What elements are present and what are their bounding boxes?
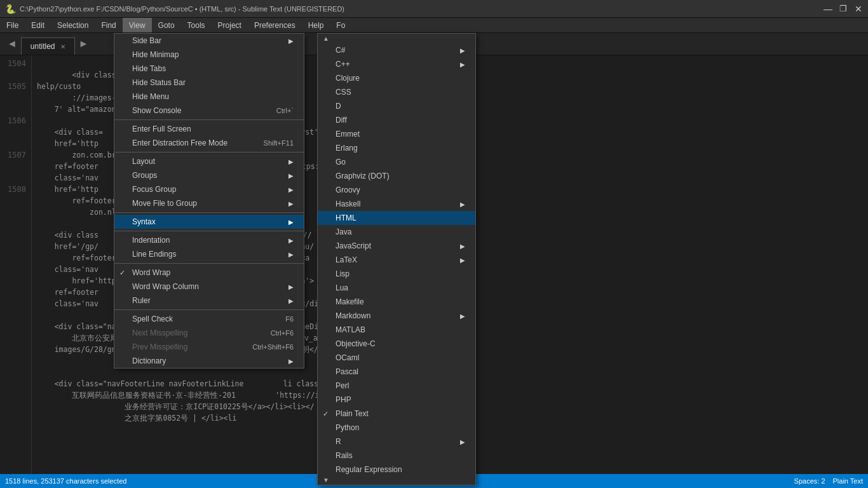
maximize-button[interactable]: ❐ (839, 4, 848, 13)
view-prev-misspelling-label: Prev Misspelling (132, 342, 187, 351)
syntax-latex[interactable]: LaTeX ▶ (318, 253, 475, 267)
syntax-objective-c[interactable]: Objective-C (318, 337, 475, 351)
menu-project[interactable]: Project (212, 18, 248, 32)
syntax-cpp[interactable]: C++ ▶ (318, 57, 475, 71)
menu-goto[interactable]: Goto (152, 18, 181, 32)
close-button[interactable]: ✕ (854, 4, 863, 13)
syntax-erlang[interactable]: Erlang (318, 141, 475, 155)
word-wrap-column-arrow-icon: ▶ (276, 283, 294, 290)
syntax-go[interactable]: Go (318, 155, 475, 169)
syntax-markdown[interactable]: Markdown ▶ (318, 309, 475, 323)
syntax-html[interactable]: HTML (318, 211, 475, 225)
dictionary-arrow-icon: ▶ (276, 358, 294, 365)
syntax-groovy[interactable]: Groovy (318, 183, 475, 197)
syntax-makefile[interactable]: Makefile (318, 295, 475, 309)
syntax-emmet[interactable]: Emmet (318, 127, 475, 141)
view-word-wrap-column[interactable]: Word Wrap Column ▶ (114, 280, 304, 294)
view-syntax[interactable]: Syntax ▶ (114, 215, 304, 229)
menu-edit[interactable]: Edit (25, 18, 51, 32)
menu-help[interactable]: Help (302, 18, 330, 32)
view-hide-minimap-label: Hide Minimap (132, 50, 179, 59)
syntax-css[interactable]: CSS (318, 85, 475, 99)
view-groups[interactable]: Groups ▶ (114, 168, 304, 182)
show-console-shortcut: Ctrl+` (264, 107, 294, 114)
r-arrow-icon: ▶ (447, 438, 465, 445)
view-layout[interactable]: Layout ▶ (114, 154, 304, 168)
view-line-endings-label: Line Endings (132, 250, 176, 259)
view-show-console[interactable]: Show Console Ctrl+` (114, 104, 304, 118)
title-bar: 🐍 C:\Python27\python.exe F:/CSDN/Blog/Py… (0, 0, 868, 18)
menu-view[interactable]: View (123, 18, 152, 32)
syntax-regex[interactable]: Regular Expression (318, 463, 475, 475)
prev-misspelling-shortcut: Ctrl+Shift+F6 (240, 343, 294, 351)
syntax-graphviz[interactable]: Graphviz (DOT) (318, 169, 475, 183)
syntax-python[interactable]: Python (318, 421, 475, 435)
syntax-javascript[interactable]: JavaScript ▶ (318, 239, 475, 253)
view-spell-check[interactable]: Spell Check F6 (114, 312, 304, 326)
menu-find[interactable]: Find (95, 18, 122, 32)
syntax-clojure[interactable]: Clojure (318, 71, 475, 85)
latex-arrow-icon: ▶ (447, 257, 465, 264)
status-spaces[interactable]: Spaces: 2 (794, 477, 825, 485)
ruler-arrow-icon: ▶ (276, 297, 294, 304)
syntax-diff[interactable]: Diff (318, 113, 475, 127)
view-word-wrap[interactable]: ✓ Word Wrap (114, 266, 304, 280)
syntax-perl[interactable]: Perl (318, 379, 475, 393)
markdown-arrow-icon: ▶ (447, 313, 465, 320)
syntax-d[interactable]: D (318, 99, 475, 113)
view-distraction-free[interactable]: Enter Distraction Free Mode Shift+F11 (114, 136, 304, 150)
view-hide-tabs[interactable]: Hide Tabs (114, 62, 304, 76)
syntax-rails[interactable]: Rails (318, 449, 475, 463)
separator-4 (114, 231, 304, 231)
menu-fo[interactable]: Fo (330, 18, 351, 32)
menu-file[interactable]: File (0, 18, 25, 32)
syntax-lisp[interactable]: Lisp (318, 267, 475, 281)
view-sidebar[interactable]: Side Bar ▶ (114, 34, 304, 48)
view-focus-group[interactable]: Focus Group ▶ (114, 182, 304, 196)
syntax-matlab[interactable]: MATLAB (318, 323, 475, 337)
menu-tools[interactable]: Tools (181, 18, 212, 32)
view-dictionary[interactable]: Dictionary ▶ (114, 354, 304, 368)
view-ruler-label: Ruler (132, 296, 151, 305)
tab-label: untitled (31, 42, 55, 51)
view-hide-minimap[interactable]: Hide Minimap (114, 48, 304, 62)
syntax-lua[interactable]: Lua (318, 281, 475, 295)
syntax-haskell[interactable]: Haskell ▶ (318, 197, 475, 211)
plain-text-check-icon: ✓ (323, 410, 329, 418)
view-dictionary-label: Dictionary (132, 356, 166, 365)
syntax-plain-text[interactable]: ✓ Plain Text (318, 407, 475, 421)
tab-prev[interactable]: ◄ (3, 33, 21, 55)
focus-group-arrow-icon: ▶ (276, 186, 294, 193)
view-hide-menu[interactable]: Hide Menu (114, 90, 304, 104)
tab-close-icon[interactable]: ✕ (60, 43, 65, 50)
menu-bar: File Edit Selection Find View Goto Tools… (0, 18, 868, 33)
syntax-php[interactable]: PHP (318, 393, 475, 407)
status-syntax[interactable]: Plain Text (833, 477, 864, 485)
view-ruler[interactable]: Ruler ▶ (114, 294, 304, 308)
syntax-csharp[interactable]: C# ▶ (318, 43, 475, 57)
view-move-file-to-group-label: Move File to Group (132, 199, 197, 208)
syntax-dropdown: ▲ C# ▶ C++ ▶ Clojure CSS D Diff Emmet Er… (317, 33, 476, 485)
syntax-java[interactable]: Java (318, 225, 475, 239)
syntax-r[interactable]: R ▶ (318, 435, 475, 449)
view-prev-misspelling: Prev Misspelling Ctrl+Shift+F6 (114, 340, 304, 354)
view-move-file-to-group[interactable]: Move File to Group ▶ (114, 196, 304, 210)
tab-next[interactable]: ► (75, 33, 93, 55)
minimize-button[interactable]: — (824, 4, 832, 13)
javascript-arrow-icon: ▶ (447, 243, 465, 250)
syntax-ocaml[interactable]: OCaml (318, 351, 475, 365)
move-file-arrow-icon: ▶ (276, 200, 294, 207)
syntax-scroll-area[interactable]: C# ▶ C++ ▶ Clojure CSS D Diff Emmet Erla… (318, 43, 475, 475)
line-endings-arrow-icon: ▶ (276, 251, 294, 258)
syntax-scroll-down-icon[interactable]: ▼ (323, 477, 329, 484)
tab-untitled[interactable]: untitled ✕ (21, 37, 75, 55)
view-indentation[interactable]: Indentation ▶ (114, 233, 304, 247)
view-hide-status-bar[interactable]: Hide Status Bar (114, 76, 304, 90)
view-fullscreen[interactable]: Enter Full Screen (114, 122, 304, 136)
syntax-pascal[interactable]: Pascal (318, 365, 475, 379)
view-line-endings[interactable]: Line Endings ▶ (114, 247, 304, 261)
menu-preferences[interactable]: Preferences (248, 18, 302, 32)
menu-selection[interactable]: Selection (51, 18, 95, 32)
syntax-scroll-up-icon[interactable]: ▲ (323, 35, 329, 42)
haskell-arrow-icon: ▶ (447, 201, 465, 208)
